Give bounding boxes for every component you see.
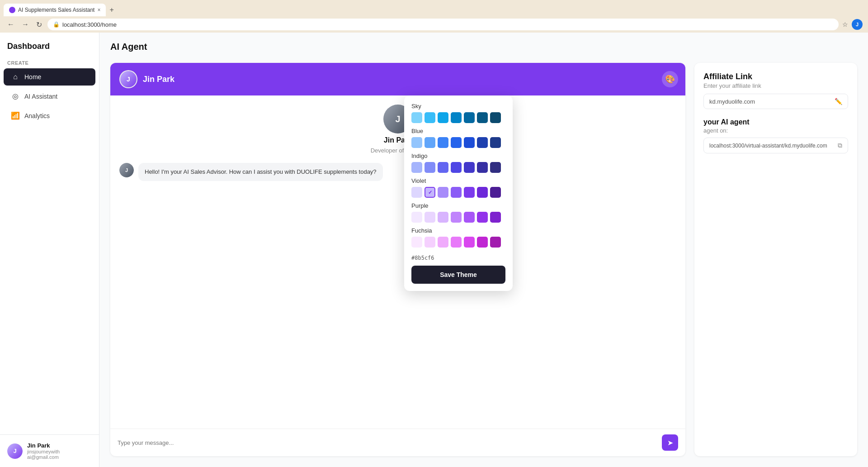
color-row-2 — [411, 162, 505, 173]
sidebar-title: Dashboard — [7, 42, 92, 51]
address-bar[interactable]: 🔒 localhost:3000/home — [47, 19, 839, 30]
color-swatch[interactable] — [464, 212, 475, 223]
copy-icon[interactable]: ⧉ — [838, 142, 842, 149]
color-swatch[interactable] — [451, 137, 462, 148]
color-swatch[interactable] — [490, 137, 501, 148]
color-section-label-0: Sky — [411, 103, 505, 110]
chat-panel: J Jin Park 🎨 J Jin Park Developer of the… — [110, 63, 685, 456]
color-swatch[interactable] — [451, 212, 462, 223]
affiliate-edit-icon[interactable]: ✏️ — [835, 98, 842, 105]
color-section-label-1: Blue — [411, 128, 505, 134]
color-swatch[interactable] — [464, 187, 475, 198]
hex-display: #8b5cf6 — [411, 252, 505, 266]
color-swatch[interactable] — [451, 162, 462, 173]
color-row-4 — [411, 212, 505, 223]
color-swatch[interactable] — [490, 187, 501, 198]
color-row-1 — [411, 137, 505, 148]
color-row-3: ✓ — [411, 187, 505, 198]
color-swatch[interactable]: ✓ — [425, 187, 435, 198]
chat-bubble: Hello! I'm your AI Sales Advisor. How ca… — [138, 163, 383, 181]
color-swatch[interactable] — [411, 137, 422, 148]
home-icon: ⌂ — [11, 73, 20, 81]
chat-header: J Jin Park 🎨 — [110, 63, 685, 95]
sidebar-item-home-label: Home — [24, 73, 41, 81]
color-swatch[interactable] — [411, 112, 422, 123]
new-tab-button[interactable]: + — [106, 4, 117, 16]
tab-close-button[interactable]: × — [97, 7, 100, 13]
color-swatch[interactable] — [490, 162, 501, 173]
sidebar: Dashboard CREATE ⌂ Home ◎ AI Assistant 📶… — [0, 33, 99, 467]
sidebar-item-analytics-label: Analytics — [24, 112, 50, 119]
color-swatch[interactable] — [477, 112, 488, 123]
color-swatch[interactable] — [438, 187, 448, 198]
save-theme-button[interactable]: Save Theme — [411, 266, 505, 284]
color-swatch[interactable] — [425, 237, 435, 248]
color-swatch[interactable] — [438, 137, 448, 148]
user-avatar[interactable]: J — [852, 19, 863, 30]
sidebar-footer-info: Jin Park jinsjourneywith ai@gmail.com — [27, 442, 92, 460]
send-icon: ➤ — [667, 438, 673, 447]
chat-input[interactable] — [118, 439, 658, 446]
color-swatch[interactable] — [477, 212, 488, 223]
color-swatch[interactable] — [451, 237, 462, 248]
color-swatch[interactable] — [438, 162, 448, 173]
color-swatch[interactable] — [464, 237, 475, 248]
color-swatch[interactable] — [490, 212, 501, 223]
color-row-0 — [411, 112, 505, 123]
color-swatch[interactable] — [490, 112, 501, 123]
color-swatch[interactable] — [438, 112, 448, 123]
chat-header-avatar-inner: J — [120, 71, 137, 87]
back-button[interactable]: ← — [5, 19, 16, 29]
color-section-sky: Sky — [411, 103, 505, 123]
color-swatch[interactable] — [451, 187, 462, 198]
color-section-label-5: Fuchsia — [411, 227, 505, 234]
color-swatch[interactable] — [477, 237, 488, 248]
app-container: Dashboard CREATE ⌂ Home ◎ AI Assistant 📶… — [0, 33, 868, 467]
color-swatch[interactable] — [411, 162, 422, 173]
color-swatch[interactable] — [438, 212, 448, 223]
chat-message-avatar: J — [119, 163, 134, 177]
refresh-button[interactable]: ↻ — [34, 19, 44, 30]
share-url-row: localhost:3000/virtual-assistant/kd.mydu… — [703, 138, 848, 153]
color-swatch[interactable] — [464, 137, 475, 148]
share-section: your AI agent agent on: localhost:3000/v… — [703, 118, 848, 153]
active-tab[interactable]: AI Supplements Sales Assistant × — [4, 4, 106, 16]
address-text: localhost:3000/home — [62, 21, 833, 28]
color-swatch[interactable] — [425, 137, 435, 148]
browser-chrome: AI Supplements Sales Assistant × + ← → ↻… — [0, 0, 868, 33]
sidebar-item-ai-label: AI Assistant — [24, 93, 57, 100]
color-swatch[interactable] — [425, 212, 435, 223]
affiliate-input-row: kd.myduolife.com ✏️ — [703, 94, 848, 109]
color-swatch[interactable] — [438, 237, 448, 248]
sidebar-item-analytics[interactable]: 📶 Analytics — [4, 107, 95, 124]
color-swatch[interactable] — [464, 112, 475, 123]
color-swatch[interactable] — [477, 162, 488, 173]
color-swatch[interactable] — [477, 187, 488, 198]
color-swatch[interactable] — [425, 112, 435, 123]
color-swatch[interactable] — [490, 237, 501, 248]
sidebar-footer-avatar: J — [7, 443, 23, 459]
color-swatch[interactable] — [411, 212, 422, 223]
share-title: your AI agent — [703, 118, 848, 126]
color-swatch[interactable] — [451, 112, 462, 123]
color-swatch[interactable] — [425, 162, 435, 173]
palette-button[interactable]: 🎨 — [662, 71, 678, 87]
color-swatch[interactable] — [411, 187, 422, 198]
chat-message: J Hello! I'm your AI Sales Advisor. How … — [119, 163, 676, 181]
color-section-blue: Blue — [411, 128, 505, 148]
affiliate-subtitle: Enter your affiliate link — [703, 82, 848, 89]
browser-tabs: AI Supplements Sales Assistant × + — [0, 0, 868, 16]
color-swatch[interactable] — [477, 137, 488, 148]
color-swatch[interactable] — [464, 162, 475, 173]
sidebar-item-home[interactable]: ⌂ Home — [4, 68, 95, 86]
chat-header-avatar: J — [119, 70, 137, 88]
sidebar-footer-name: Jin Park — [27, 442, 92, 449]
chat-send-button[interactable]: ➤ — [662, 434, 678, 451]
forward-button[interactable]: → — [20, 19, 31, 29]
color-swatch[interactable] — [411, 237, 422, 248]
sidebar-item-ai-assistant[interactable]: ◎ AI Assistant — [4, 87, 95, 105]
right-panel: Affiliate Link Enter your affiliate link… — [694, 63, 857, 456]
bookmark-icon[interactable]: ☆ — [842, 21, 848, 28]
affiliate-section: Affiliate Link Enter your affiliate link… — [703, 72, 848, 109]
page-title: AI Agent — [99, 33, 868, 52]
